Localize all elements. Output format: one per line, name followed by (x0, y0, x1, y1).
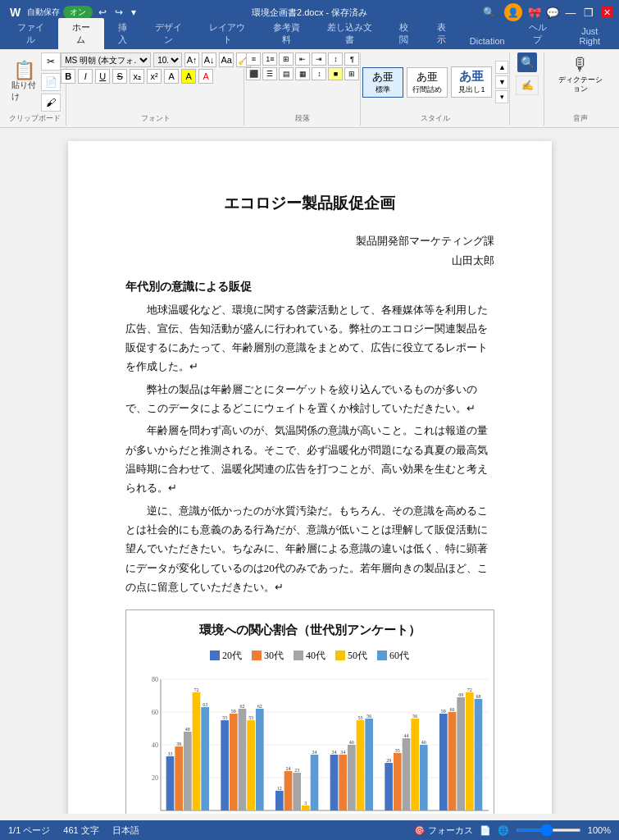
style-scroll-down-button[interactable]: ▼ (495, 75, 508, 89)
paragraph-4: 逆に、意識が低かったのが水質汚染だ。もちろん、その意識を高めることは社会的にも意… (125, 501, 494, 597)
legend-label-40代: 40代 (306, 647, 325, 664)
view-print-button[interactable]: 📄 (480, 825, 491, 836)
align-right-button[interactable]: ▤ (279, 67, 294, 80)
bullets-button[interactable]: ≡ (246, 52, 261, 66)
font-size-select[interactable]: 10.5 (153, 52, 182, 67)
page-info: 1/1 ページ (8, 824, 50, 837)
numbering-button[interactable]: 1≡ (262, 52, 277, 66)
svg-text:56: 56 (412, 714, 417, 719)
style-gyokan[interactable]: あ亜 行間詰め (407, 67, 448, 98)
dictation-label: ディクテーション (556, 75, 606, 94)
tab-file[interactable]: ファイル (3, 18, 58, 49)
tab-references[interactable]: 参考資料 (259, 18, 314, 49)
svg-text:40: 40 (421, 740, 426, 745)
bar-20代-空気 (439, 714, 448, 810)
borders-button[interactable]: ⊞ (344, 67, 359, 80)
tab-view[interactable]: 表示 (423, 18, 460, 49)
status-bar: 1/1 ページ 461 文字 日本語 🎯 フォーカス 📄 🌐 100% (0, 820, 619, 840)
text-highlight-button[interactable]: A (181, 69, 196, 84)
format-painter-button[interactable]: 🖌 (41, 94, 61, 112)
decrease-indent-button[interactable]: ⇤ (295, 52, 310, 66)
bar-60代-空気 (474, 699, 482, 810)
align-left-button[interactable]: ⬛ (246, 67, 261, 80)
search-ribbon-button[interactable]: 🔍 (517, 52, 537, 72)
bar-60代-水質汚染 (310, 755, 318, 810)
focus-label[interactable]: 🎯 フォーカス (414, 824, 473, 837)
bar-50代-生物 (356, 720, 364, 810)
svg-text:55: 55 (248, 715, 253, 720)
increase-indent-button[interactable]: ⇥ (312, 52, 326, 66)
style-standard[interactable]: あ亜 標準 (362, 67, 403, 98)
copy-button[interactable]: 📄 (41, 73, 61, 91)
ribbon-toggle-button[interactable]: 🎀 (529, 7, 540, 18)
meta-author: 山田太郎 (125, 251, 494, 271)
text-effects-button[interactable]: A (164, 69, 179, 84)
style-scroll-up-button[interactable]: ▲ (495, 61, 508, 74)
style-midashi1-preview: あ亜 (457, 69, 486, 84)
underline-button[interactable]: U (95, 69, 110, 84)
paste-label: 貼り付け (11, 80, 36, 103)
bar-30代-住環境 (230, 714, 238, 810)
shading-button[interactable]: ■ (328, 67, 343, 80)
font-color-button[interactable]: A (198, 69, 213, 84)
svg-text:80: 80 (152, 676, 158, 683)
style-more-button[interactable]: ▾ (495, 90, 508, 103)
align-center-button[interactable]: ☰ (262, 67, 277, 80)
tab-dictation[interactable]: Dictation (460, 33, 515, 49)
font-grow-button[interactable]: A↑ (184, 52, 199, 67)
change-case-button[interactable]: Aa (219, 52, 234, 67)
legend-item-40代: 40代 (294, 647, 325, 664)
svg-text:60: 60 (152, 709, 158, 716)
search-button[interactable]: 🔍 (480, 5, 498, 20)
document-area[interactable]: エコロジー製品販促企画 製品開発部マーケティング課 山田太郎 年代別の意識による… (0, 128, 619, 814)
tab-review[interactable]: 校閲 (385, 18, 422, 49)
legend-label-30代: 30代 (264, 647, 284, 664)
strikethrough-button[interactable]: S (112, 69, 127, 84)
font-shrink-button[interactable]: A↓ (202, 52, 216, 67)
zoom-level: 100% (588, 825, 611, 835)
tab-home[interactable]: ホーム (58, 18, 104, 49)
legend-color-50代 (335, 651, 345, 660)
dictation-button[interactable]: 🎙 ディクテーション (551, 52, 611, 95)
cut-button[interactable]: ✂ (41, 52, 61, 71)
font-name-select[interactable]: MS 明朝 (本文フォ… (61, 52, 151, 67)
bold-button[interactable]: B (61, 69, 75, 84)
ribbon-content: 📋 貼り付け ✂ 📄 🖌 クリップボード MS 明朝 (本文フォ… (0, 49, 619, 127)
subscript-button[interactable]: x₂ (130, 69, 144, 84)
svg-text:59: 59 (440, 709, 445, 714)
line-spacing-button[interactable]: ↕ (312, 67, 326, 80)
tab-justright[interactable]: Just Right (561, 23, 619, 49)
font-group: MS 明朝 (本文フォ… 10.5 A↑ A↓ Aa 🧹 B I U S x₂ (68, 52, 244, 126)
bar-40代-水質汚染 (293, 773, 301, 810)
tab-insert[interactable]: 挿入 (104, 18, 141, 49)
tab-help[interactable]: ヘルプ (515, 18, 561, 49)
sort-button[interactable]: ↕ (328, 52, 343, 66)
restore-button[interactable]: ❐ (583, 7, 594, 18)
zoom-slider[interactable] (516, 829, 581, 832)
bar-30代-水質汚染 (284, 771, 292, 810)
document-meta: 製品開発部マーケティング課 山田太郎 (125, 231, 494, 271)
autosave-toggle[interactable]: オン (63, 6, 93, 19)
word-count: 461 文字 (63, 824, 98, 837)
tab-mailings[interactable]: 差し込み文書 (313, 18, 385, 49)
tab-layout[interactable]: レイアウト (195, 18, 258, 49)
comments-button[interactable]: 💬 (547, 7, 558, 18)
close-button[interactable]: ✕ (601, 7, 612, 18)
styles-group: あ亜 標準 あ亜 行間詰め あ亜 見出し1 ▲ ▼ ▾ スタイル (362, 52, 510, 126)
show-marks-button[interactable]: ¶ (344, 52, 359, 66)
style-midashi1[interactable]: あ亜 見出し1 (451, 66, 492, 98)
view-web-button[interactable]: 🌐 (498, 825, 509, 836)
editor-button[interactable]: ✍ (516, 75, 539, 95)
paste-button[interactable]: 📋 貼り付け (8, 60, 39, 104)
ribbon-tabs: ファイル ホーム 挿入 デザイン レイアウト 参考資料 差し込み文書 校閲 表示… (0, 25, 619, 49)
superscript-button[interactable]: x² (147, 69, 162, 84)
minimize-button[interactable]: — (565, 7, 576, 18)
legend-color-40代 (294, 651, 303, 660)
justify-button[interactable]: ▦ (295, 67, 310, 80)
tab-design[interactable]: デザイン (141, 18, 196, 49)
document-page[interactable]: エコロジー製品販促企画 製品開発部マーケティング課 山田太郎 年代別の意識による… (68, 141, 552, 814)
bar-50代-温暖化 (192, 692, 200, 810)
multilevel-list-button[interactable]: ⊞ (279, 52, 294, 66)
svg-text:23: 23 (294, 768, 299, 773)
italic-button[interactable]: I (78, 69, 93, 84)
